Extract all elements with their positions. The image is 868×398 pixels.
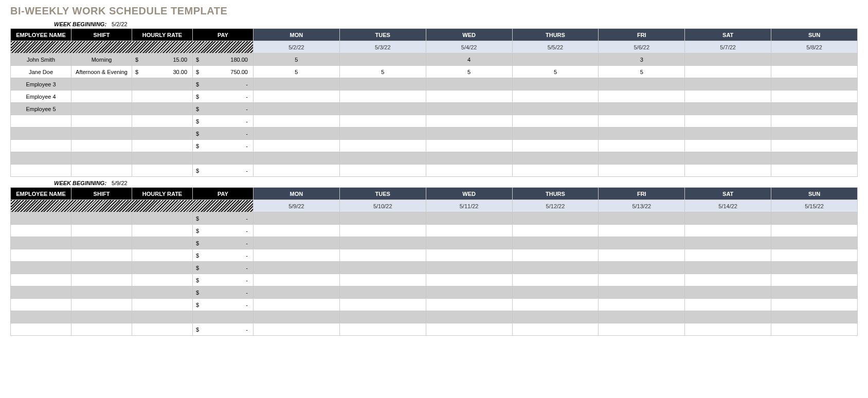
day-value-cell[interactable] xyxy=(339,140,426,152)
day-value-cell[interactable] xyxy=(771,311,858,323)
table-row[interactable]: $- xyxy=(11,115,858,128)
day-value-cell[interactable] xyxy=(771,249,858,262)
day-value-cell[interactable] xyxy=(254,237,340,249)
day-value-cell[interactable]: 4 xyxy=(426,53,512,66)
day-value-cell[interactable] xyxy=(254,286,340,299)
day-value-cell[interactable] xyxy=(339,165,426,177)
hourly-rate-cell[interactable] xyxy=(132,212,193,225)
employee-name-cell[interactable]: Employee 3 xyxy=(11,78,71,91)
pay-cell[interactable]: $- xyxy=(193,225,254,237)
day-value-cell[interactable] xyxy=(512,128,599,140)
day-value-cell[interactable] xyxy=(685,78,771,91)
employee-name-cell[interactable] xyxy=(11,212,71,225)
table-row[interactable]: $- xyxy=(11,165,858,177)
day-value-cell[interactable] xyxy=(426,262,512,274)
day-value-cell[interactable] xyxy=(685,115,771,128)
day-value-cell[interactable] xyxy=(685,274,771,286)
day-value-cell[interactable] xyxy=(685,311,771,323)
shift-cell[interactable] xyxy=(71,78,132,91)
table-row[interactable]: $- xyxy=(11,299,858,311)
shift-cell[interactable] xyxy=(71,103,132,115)
pay-cell[interactable]: $- xyxy=(193,165,254,177)
day-value-cell[interactable] xyxy=(685,286,771,299)
day-value-cell[interactable] xyxy=(339,323,426,336)
day-value-cell[interactable] xyxy=(339,78,426,91)
day-value-cell[interactable] xyxy=(771,103,858,115)
employee-name-cell[interactable] xyxy=(11,262,71,274)
table-row[interactable]: Employee 5$- xyxy=(11,103,858,115)
day-value-cell[interactable] xyxy=(339,274,426,286)
table-row[interactable]: Employee 3$- xyxy=(11,78,858,91)
shift-cell[interactable] xyxy=(71,274,132,286)
hourly-rate-cell[interactable] xyxy=(132,165,193,177)
employee-name-cell[interactable]: John Smith xyxy=(11,53,71,66)
pay-cell[interactable]: $750.00 xyxy=(193,66,254,78)
day-value-cell[interactable] xyxy=(512,78,599,91)
day-value-cell[interactable] xyxy=(339,286,426,299)
day-value-cell[interactable]: 5 xyxy=(426,66,512,78)
day-value-cell[interactable]: 5 xyxy=(512,66,599,78)
day-value-cell[interactable] xyxy=(426,103,512,115)
day-value-cell[interactable] xyxy=(512,165,599,177)
hourly-rate-cell[interactable]: $30.00 xyxy=(132,66,193,78)
day-value-cell[interactable] xyxy=(426,311,512,323)
day-value-cell[interactable] xyxy=(599,286,685,299)
day-value-cell[interactable] xyxy=(339,311,426,323)
pay-cell[interactable]: $- xyxy=(193,212,254,225)
day-value-cell[interactable] xyxy=(599,311,685,323)
shift-cell[interactable] xyxy=(71,91,132,103)
day-value-cell[interactable] xyxy=(254,225,340,237)
day-value-cell[interactable] xyxy=(512,274,599,286)
hourly-rate-cell[interactable] xyxy=(132,140,193,152)
day-value-cell[interactable] xyxy=(771,115,858,128)
employee-name-cell[interactable] xyxy=(11,140,71,152)
day-value-cell[interactable] xyxy=(771,323,858,336)
pay-cell[interactable]: $- xyxy=(193,286,254,299)
employee-name-cell[interactable] xyxy=(11,311,71,323)
pay-cell[interactable]: $- xyxy=(193,262,254,274)
day-value-cell[interactable] xyxy=(512,225,599,237)
day-value-cell[interactable] xyxy=(685,262,771,274)
table-row[interactable]: $- xyxy=(11,140,858,152)
hourly-rate-cell[interactable] xyxy=(132,286,193,299)
pay-cell[interactable]: $- xyxy=(193,128,254,140)
employee-name-cell[interactable]: Jane Doe xyxy=(11,66,71,78)
day-value-cell[interactable] xyxy=(254,115,340,128)
day-value-cell[interactable] xyxy=(771,78,858,91)
day-value-cell[interactable] xyxy=(599,140,685,152)
employee-name-cell[interactable]: Employee 5 xyxy=(11,103,71,115)
shift-cell[interactable]: Afternoon & Evening xyxy=(71,66,132,78)
pay-cell[interactable]: $- xyxy=(193,237,254,249)
day-value-cell[interactable] xyxy=(771,140,858,152)
day-value-cell[interactable] xyxy=(771,225,858,237)
day-value-cell[interactable] xyxy=(599,237,685,249)
day-value-cell[interactable] xyxy=(254,78,340,91)
day-value-cell[interactable] xyxy=(254,249,340,262)
hourly-rate-cell[interactable] xyxy=(132,225,193,237)
day-value-cell[interactable] xyxy=(685,299,771,311)
shift-cell[interactable] xyxy=(71,128,132,140)
shift-cell[interactable] xyxy=(71,225,132,237)
hourly-rate-cell[interactable] xyxy=(132,91,193,103)
day-value-cell[interactable] xyxy=(426,115,512,128)
employee-name-cell[interactable] xyxy=(11,152,71,165)
day-value-cell[interactable] xyxy=(599,115,685,128)
pay-cell[interactable]: $- xyxy=(193,78,254,91)
day-value-cell[interactable] xyxy=(599,165,685,177)
shift-cell[interactable] xyxy=(71,165,132,177)
pay-cell[interactable]: $- xyxy=(193,140,254,152)
employee-name-cell[interactable] xyxy=(11,249,71,262)
hourly-rate-cell[interactable] xyxy=(132,103,193,115)
day-value-cell[interactable] xyxy=(512,212,599,225)
day-value-cell[interactable] xyxy=(685,53,771,66)
pay-cell[interactable] xyxy=(193,152,254,165)
pay-cell[interactable]: $- xyxy=(193,274,254,286)
employee-name-cell[interactable] xyxy=(11,115,71,128)
day-value-cell[interactable]: 5 xyxy=(599,66,685,78)
day-value-cell[interactable] xyxy=(512,53,599,66)
shift-cell[interactable] xyxy=(71,299,132,311)
day-value-cell[interactable] xyxy=(599,249,685,262)
table-row[interactable]: $- xyxy=(11,212,858,225)
day-value-cell[interactable] xyxy=(771,274,858,286)
day-value-cell[interactable] xyxy=(339,225,426,237)
